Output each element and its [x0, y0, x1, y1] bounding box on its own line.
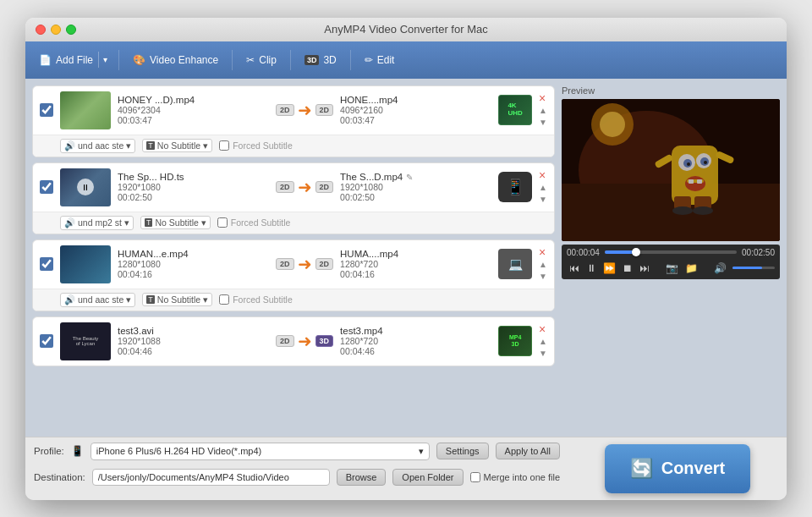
preview-frame: [562, 99, 780, 241]
add-file-label: Add File: [56, 54, 93, 66]
file-dur-1: 00:03:47: [118, 115, 269, 125]
file-item-2: ⏸ The Sp... HD.ts 1920*1080 00:02:50 2D …: [32, 162, 555, 234]
open-folder-button[interactable]: Open Folder: [392, 469, 463, 486]
format-thumb-3[interactable]: 💻: [498, 249, 532, 279]
preview-label: Preview: [562, 85, 780, 96]
volume-icon[interactable]: 🔊: [711, 261, 729, 276]
forced-sub-check-1[interactable]: [219, 140, 229, 151]
subtitle-select-2[interactable]: T No Subtitle ▾: [140, 216, 211, 229]
convert-arrow-1: ➜: [298, 102, 312, 118]
output-name-2: The S...D.mp4 ✎: [340, 172, 491, 182]
settings-button[interactable]: Settings: [436, 443, 489, 459]
file-dur-3: 00:04:16: [118, 269, 269, 279]
progress-thumb: [632, 248, 640, 256]
item-up-3[interactable]: ▲: [539, 260, 547, 270]
browse-button[interactable]: Browse: [337, 469, 387, 486]
merge-label: Merge into one file: [484, 472, 561, 482]
convert-icon: 🔄: [630, 458, 653, 480]
clip-button[interactable]: ✂ Clip: [239, 51, 283, 69]
destination-input[interactable]: [92, 469, 330, 486]
add-file-button[interactable]: 📄 Add File: [34, 51, 98, 69]
skip-back-button[interactable]: ⏮: [567, 261, 582, 276]
arrow-area-3: 2D ➜ 2D: [276, 256, 333, 272]
format-thumb-4[interactable]: MP43D: [498, 326, 532, 356]
merge-row: Merge into one file: [470, 472, 561, 482]
scissors-icon: ✂: [246, 54, 255, 66]
file-name-3: HUMAN...e.mp4: [118, 249, 269, 259]
item-down-2[interactable]: ▼: [539, 195, 547, 205]
subtitle-icon-2: T: [145, 218, 153, 227]
item-down-4[interactable]: ▼: [539, 349, 547, 359]
screenshot-button[interactable]: 📷: [663, 261, 681, 276]
item-down-1[interactable]: ▼: [539, 118, 547, 128]
forced-sub-check-2[interactable]: [217, 217, 228, 228]
stop-button[interactable]: ⏹: [620, 261, 635, 276]
item-controls-4: × ▲ ▼: [539, 323, 547, 359]
arrow-area-1: 2D ➜ 2D: [276, 102, 333, 118]
audio-select-1[interactable]: 🔊 und aac ste ▾: [60, 139, 135, 153]
convert-label: Convert: [661, 459, 726, 478]
output-dur-4: 00:04:46: [340, 346, 491, 356]
item-close-1[interactable]: ×: [539, 92, 546, 104]
file-dur-4: 00:04:46: [118, 346, 269, 356]
skip-forward-button[interactable]: ⏭: [637, 261, 652, 276]
3d-icon: 3D: [304, 55, 320, 65]
add-file-icon: 📄: [39, 54, 52, 66]
audio-select-3[interactable]: 🔊 und aac ste ▾: [60, 293, 135, 307]
item-up-1[interactable]: ▲: [539, 106, 547, 116]
3d-button[interactable]: 3D 3D: [298, 51, 343, 69]
profile-label: Profile:: [34, 446, 64, 456]
profile-select[interactable]: iPhone 6 Plus/6 H.264 HD Video(*.mp4) ▾: [91, 443, 430, 460]
add-file-group[interactable]: 📄 Add File ▾: [34, 51, 112, 69]
output-dim-4: 3D: [315, 335, 334, 347]
folder-button[interactable]: 📁: [683, 261, 700, 276]
progress-bar[interactable]: [605, 250, 737, 254]
format-thumb-1[interactable]: 4KUHD: [498, 95, 532, 125]
forced-sub-check-3[interactable]: [219, 294, 229, 305]
audio-select-2[interactable]: 🔊 und mp2 st ▾: [60, 216, 134, 230]
time-row: 00:00:04 00:02:50: [567, 248, 775, 257]
item-controls-1: × ▲ ▼: [539, 92, 547, 128]
volume-row: 🔊: [711, 261, 775, 276]
edit-button[interactable]: ✏ Edit: [358, 51, 402, 69]
item-close-4[interactable]: ×: [539, 323, 546, 335]
item-close-2[interactable]: ×: [539, 169, 546, 181]
merge-checkbox[interactable]: [470, 472, 480, 482]
fast-forward-button[interactable]: ⏩: [601, 261, 618, 276]
minimize-button[interactable]: [51, 25, 61, 35]
add-file-dropdown-arrow[interactable]: ▾: [98, 52, 112, 68]
item-up-2[interactable]: ▲: [539, 183, 547, 193]
edit-icon: ✏: [365, 54, 373, 66]
pause-button[interactable]: ⏸: [584, 261, 599, 276]
format-thumb-2[interactable]: 📱: [498, 172, 532, 202]
file-info-2: The Sp... HD.ts 1920*1080 00:02:50: [118, 172, 269, 202]
file-checkbox-1[interactable]: [40, 103, 53, 117]
profile-chevron: ▾: [419, 446, 424, 457]
file-thumbnail-1: [60, 91, 111, 129]
svg-rect-22: [562, 99, 780, 241]
edit-name-2[interactable]: ✎: [406, 173, 413, 182]
item-close-3[interactable]: ×: [539, 246, 546, 258]
file-checkbox-3[interactable]: [40, 257, 53, 271]
toolbar-sep-2: [232, 50, 233, 70]
video-enhance-icon: 🎨: [133, 54, 145, 66]
item-down-3[interactable]: ▼: [539, 272, 547, 282]
subtitle-select-3[interactable]: T No Subtitle ▾: [142, 293, 212, 306]
app-window: AnyMP4 Video Converter for Mac 📄 Add Fil…: [25, 18, 787, 500]
subtitle-select-1[interactable]: T No Subtitle ▾: [142, 139, 212, 152]
output-dur-3: 00:04:16: [340, 269, 491, 279]
file-name-2: The Sp... HD.ts: [118, 172, 269, 182]
file-checkbox-2[interactable]: [40, 180, 53, 194]
video-enhance-button[interactable]: 🎨 Video Enhance: [126, 51, 225, 69]
convert-button[interactable]: 🔄 Convert: [605, 444, 751, 493]
close-button[interactable]: [36, 25, 46, 35]
file-checkbox-4[interactable]: [40, 334, 53, 348]
file-item-2-bottom: 🔊 und mp2 st ▾ T No Subtitle ▾ Forced Su…: [33, 212, 554, 234]
volume-bar[interactable]: [732, 267, 775, 269]
volume-fill: [732, 267, 762, 269]
output-info-2: The S...D.mp4 ✎ 1920*1080 00:02:50: [340, 172, 491, 202]
apply-all-button[interactable]: Apply to All: [496, 443, 560, 459]
audio-chevron-2: ▾: [124, 217, 129, 228]
maximize-button[interactable]: [66, 25, 76, 35]
item-up-4[interactable]: ▲: [539, 337, 547, 347]
